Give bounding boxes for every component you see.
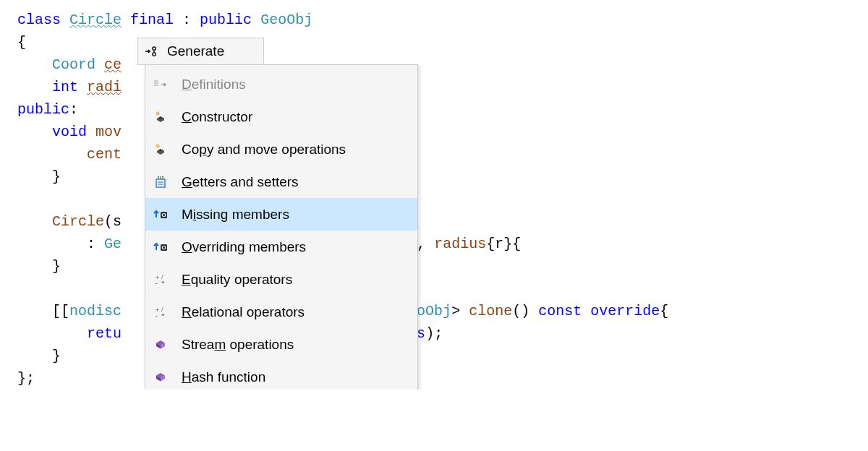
menu-label: Definitions <box>182 74 246 95</box>
menu-label: Hash function <box>182 366 265 387</box>
menu-item-definitions: Definitions <box>145 68 417 100</box>
menu-label: Stream operations <box>182 334 294 355</box>
missing-members-icon: O <box>153 207 169 223</box>
menu-item-overriding-members[interactable]: O Overriding members <box>145 231 417 263</box>
generate-icon <box>145 46 160 57</box>
svg-rect-5 <box>156 179 165 187</box>
svg-text:O: O <box>161 212 166 218</box>
menu-item-missing-members[interactable]: O Missing members <box>145 198 417 231</box>
code-line: void mov <box>17 124 122 140</box>
menu-item-equality[interactable]: + / - * Equality operators <box>145 263 417 296</box>
code-line: { <box>17 34 26 51</box>
generate-popup-header[interactable]: Generate <box>137 38 264 65</box>
menu-item-stream[interactable]: Stream operations <box>145 328 417 361</box>
relational-icon: + / - * <box>153 304 169 320</box>
generate-label: Generate <box>167 40 224 61</box>
menu-label: Copy and move operations <box>182 139 346 160</box>
menu-label: Overriding members <box>182 236 306 257</box>
menu-label: Getters and setters <box>182 171 299 192</box>
svg-text:O: O <box>161 244 166 251</box>
code-line: } <box>17 168 61 185</box>
svg-point-1 <box>153 53 156 56</box>
svg-text:*: * <box>161 312 165 319</box>
code-line: cent <box>17 146 122 163</box>
menu-item-constructor[interactable]: Constructor <box>145 100 417 133</box>
overriding-members-icon: O <box>153 239 169 255</box>
stream-icon <box>153 337 169 353</box>
menu-item-hash[interactable]: Hash function <box>145 361 417 390</box>
getters-setters-icon <box>153 174 169 190</box>
svg-point-0 <box>153 47 156 50</box>
menu-label: Constructor <box>182 106 252 127</box>
menu-item-relational[interactable]: + / - * Relational operators <box>145 296 417 328</box>
code-line: } <box>17 348 61 364</box>
code-line: class Circle final : public GeoObj <box>17 12 312 28</box>
menu-label: Equality operators <box>182 269 292 290</box>
menu-label: Relational operators <box>182 301 305 322</box>
svg-text:-: - <box>156 312 158 319</box>
hash-icon <box>153 369 169 385</box>
constructor-icon <box>153 109 169 125</box>
copy-move-icon <box>153 142 169 158</box>
menu-label: Missing members <box>182 204 289 225</box>
svg-text:-: - <box>156 280 158 286</box>
definitions-icon <box>153 77 169 93</box>
code-line: int radi <box>17 79 122 95</box>
code-line: Coord ce <box>17 56 122 73</box>
code-line: } <box>17 258 61 275</box>
generate-menu: Definitions Constructor Copy and move op… <box>145 64 418 390</box>
svg-text:*: * <box>161 280 165 286</box>
code-line: }; <box>17 370 35 387</box>
menu-item-getters-setters[interactable]: Getters and setters <box>145 166 417 198</box>
code-line: public: <box>17 101 78 118</box>
equality-icon: + / - * <box>153 272 169 288</box>
menu-item-copy-move[interactable]: Copy and move operations <box>145 133 417 166</box>
